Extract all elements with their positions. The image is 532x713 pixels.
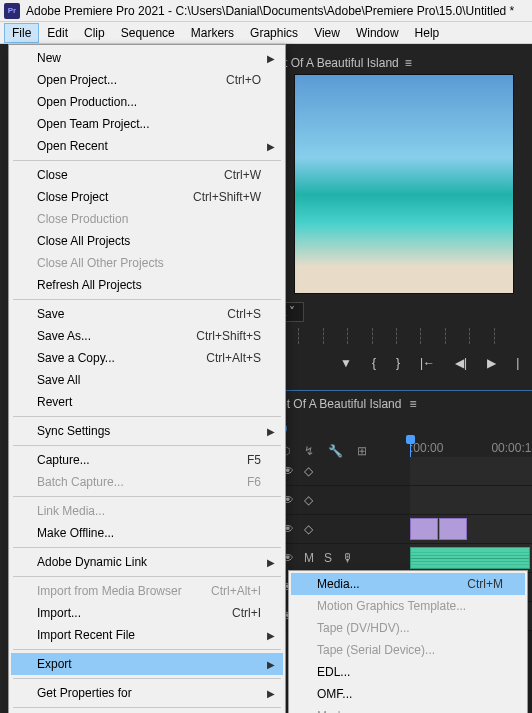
export-menu-item-edl[interactable]: EDL... [291,661,525,683]
file-menu-item-close[interactable]: CloseCtrl+W [11,164,283,186]
file-menu-item-open-project[interactable]: Open Project...Ctrl+O [11,69,283,91]
file-menu-item-save-all[interactable]: Save All [11,369,283,391]
go-to-in-icon[interactable]: |← [420,356,435,370]
solo-button[interactable]: S [324,551,332,565]
file-menu-item-open-production[interactable]: Open Production... [11,91,283,113]
video-clip[interactable] [410,518,438,540]
file-menu-item-revert[interactable]: Revert [11,391,283,413]
file-menu-item-open-team-project[interactable]: Open Team Project... [11,113,283,135]
file-menu-item-capture[interactable]: Capture...F5 [11,449,283,471]
file-menu-item-save-as[interactable]: Save As...Ctrl+Shift+S [11,325,283,347]
menu-item-label: Close All Other Projects [37,256,164,270]
add-marker-icon[interactable]: ▼ [340,356,352,370]
source-ruler[interactable] [274,328,518,344]
menu-item-label: Save All [37,373,80,387]
menu-separator [13,160,281,161]
track-v2[interactable]: 👁◇ [270,486,532,515]
menu-item-label: Link Media... [37,504,105,518]
menu-file[interactable]: File [4,23,39,43]
source-panel-header[interactable]: t Of A Beautiful Island ≡ [274,50,423,76]
menu-markers[interactable]: Markers [183,23,242,43]
menu-item-label: Import Recent File [37,628,135,642]
panel-menu-icon[interactable]: ≡ [405,56,413,70]
menu-item-label: Close Project [37,190,108,204]
export-menu-item-omf[interactable]: OMF... [291,683,525,705]
submenu-arrow-icon: ▶ [267,630,275,641]
file-menu-item-get-properties-for[interactable]: Get Properties for▶ [11,682,283,704]
menu-graphics[interactable]: Graphics [242,23,306,43]
mute-button[interactable]: M [304,551,314,565]
menu-separator [13,707,281,708]
file-menu-item-adobe-dynamic-link[interactable]: Adobe Dynamic Link▶ [11,551,283,573]
menu-view[interactable]: View [306,23,348,43]
step-forward-icon[interactable]: | [516,356,519,370]
menu-item-shortcut: F5 [247,453,261,467]
track-v1[interactable]: 👁◇ [270,515,532,544]
menu-item-label: Revert [37,395,72,409]
file-menu-item-close-project[interactable]: Close ProjectCtrl+Shift+W [11,186,283,208]
file-menu-item-make-offline[interactable]: Make Offline... [11,522,283,544]
play-icon[interactable]: ▶ [487,356,496,370]
menu-separator [13,299,281,300]
menu-item-shortcut: Ctrl+W [224,168,261,182]
video-preview[interactable] [294,74,514,294]
timeline-header[interactable]: ot Of A Beautiful Island ≡ [270,391,532,417]
file-menu-item-sync-settings[interactable]: Sync Settings▶ [11,420,283,442]
linked-selection-icon[interactable]: ↯ [304,444,314,458]
menu-sequence[interactable]: Sequence [113,23,183,43]
playback-controls: ▼ { } |← ◀| ▶ | [340,356,519,370]
toggle-icon[interactable]: ◇ [304,464,313,478]
audio-clip[interactable] [410,547,530,569]
file-menu-item-refresh-all-projects[interactable]: Refresh All Projects [11,274,283,296]
file-menu-item-save[interactable]: SaveCtrl+S [11,303,283,325]
mark-in-icon[interactable]: { [372,356,376,370]
settings-icon[interactable]: ⊞ [357,444,367,458]
menu-item-label: Make Offline... [37,526,114,540]
track-v3[interactable]: 👁◇ [270,457,532,486]
menu-separator [13,496,281,497]
track-a1[interactable]: 👁MS🎙 [270,544,532,573]
file-menu-item-new[interactable]: New▶ [11,47,283,69]
submenu-arrow-icon: ▶ [267,141,275,152]
file-menu-item-import-recent-file[interactable]: Import Recent File▶ [11,624,283,646]
menu-separator [13,678,281,679]
menu-item-label: Open Project... [37,73,117,87]
menu-separator [13,445,281,446]
menu-window[interactable]: Window [348,23,407,43]
menu-help[interactable]: Help [407,23,448,43]
step-back-icon[interactable]: ◀| [455,356,467,370]
export-menu-item-media[interactable]: Media...Ctrl+M [291,573,525,595]
menu-item-label: Close All Projects [37,234,130,248]
timeline-menu-icon[interactable]: ≡ [409,397,416,411]
menu-item-label: Motion Graphics Template... [317,599,466,613]
menu-item-shortcut: Ctrl+Shift+W [193,190,261,204]
toggle-icon[interactable]: ◇ [304,522,313,536]
menu-clip[interactable]: Clip [76,23,113,43]
file-menu-item-save-a-copy[interactable]: Save a Copy...Ctrl+Alt+S [11,347,283,369]
file-menu-item-import[interactable]: Import...Ctrl+I [11,602,283,624]
mic-icon[interactable]: 🎙 [342,551,354,565]
menu-item-label: Close [37,168,68,182]
menu-item-label: Adobe Dynamic Link [37,555,147,569]
file-menu-item-export[interactable]: Export▶ [11,653,283,675]
source-panel-title: t Of A Beautiful Island [284,56,399,70]
wrench-icon[interactable]: 🔧 [328,444,343,458]
file-menu: New▶Open Project...Ctrl+OOpen Production… [8,44,286,713]
menu-item-label: Refresh All Projects [37,278,142,292]
menu-item-label: Save a Copy... [37,351,115,365]
timeline-ruler[interactable]: :00:00 00:00:14:23 00:0 [410,441,522,455]
menu-item-label: Close Production [37,212,128,226]
export-submenu: Media...Ctrl+MMotion Graphics Template..… [288,570,528,713]
video-clip[interactable] [439,518,467,540]
export-menu-item-motion-graphics-template: Motion Graphics Template... [291,595,525,617]
toggle-icon[interactable]: ◇ [304,493,313,507]
menu-item-label: Capture... [37,453,90,467]
file-menu-item-open-recent[interactable]: Open Recent▶ [11,135,283,157]
submenu-arrow-icon: ▶ [267,426,275,437]
menu-item-label: Import from Media Browser [37,584,182,598]
file-menu-item-link-media: Link Media... [11,500,283,522]
file-menu-item-batch-capture: Batch Capture...F6 [11,471,283,493]
mark-out-icon[interactable]: } [396,356,400,370]
file-menu-item-close-all-projects[interactable]: Close All Projects [11,230,283,252]
menu-edit[interactable]: Edit [39,23,76,43]
